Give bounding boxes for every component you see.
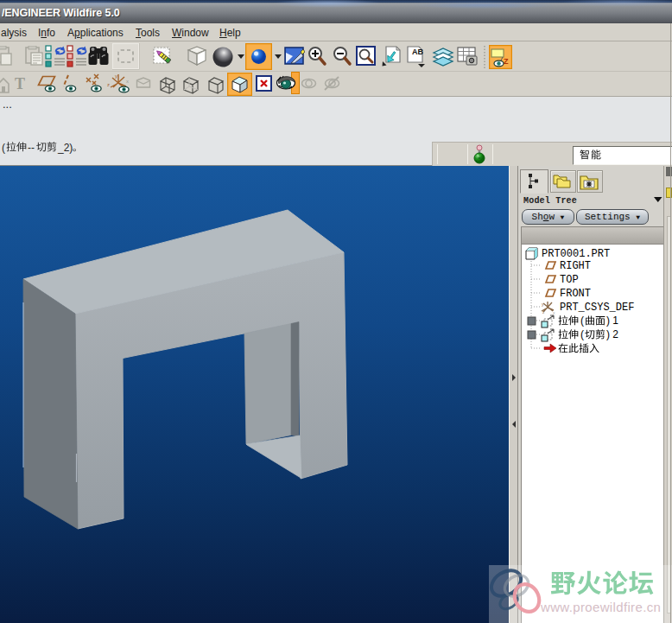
svg-text:T: T bbox=[15, 75, 25, 92]
svg-text:(: ( bbox=[2, 142, 5, 154]
svg-text:(: ( bbox=[580, 328, 584, 340]
svg-text:TOP: TOP bbox=[560, 274, 579, 286]
svg-text:FRONT: FRONT bbox=[560, 288, 591, 300]
svg-text:) 1: ) 1 bbox=[606, 315, 618, 327]
svg-text:z: z bbox=[107, 82, 110, 87]
svg-text:x: x bbox=[126, 79, 129, 84]
svg-text:PRT0001.PRT: PRT0001.PRT bbox=[542, 248, 610, 260]
svg-text:PRT_CSYS_DEF: PRT_CSYS_DEF bbox=[560, 302, 634, 314]
svg-text:) 2: ) 2 bbox=[606, 328, 618, 340]
svg-text:x: x bbox=[553, 310, 555, 315]
svg-text:--: -- bbox=[28, 142, 35, 154]
svg-text:_2): _2) bbox=[57, 142, 73, 154]
svg-text:Z: Z bbox=[504, 57, 509, 66]
svg-text:(: ( bbox=[580, 315, 584, 327]
svg-text:www.proewildfire.cn: www.proewildfire.cn bbox=[540, 600, 661, 614]
svg-text:AB: AB bbox=[412, 48, 423, 56]
svg-text:y: y bbox=[115, 73, 117, 79]
svg-text:RIGHT: RIGHT bbox=[560, 260, 591, 272]
